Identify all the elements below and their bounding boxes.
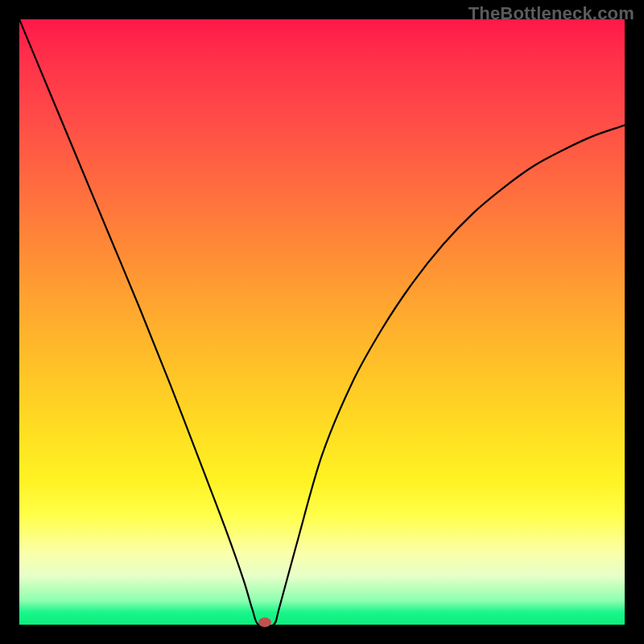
minimum-marker xyxy=(258,617,271,627)
bottleneck-curve xyxy=(19,19,625,625)
curve-layer xyxy=(19,19,625,625)
watermark-text: TheBottleneck.com xyxy=(469,3,634,24)
plot-area xyxy=(19,19,625,625)
chart-container: TheBottleneck.com xyxy=(0,0,644,644)
